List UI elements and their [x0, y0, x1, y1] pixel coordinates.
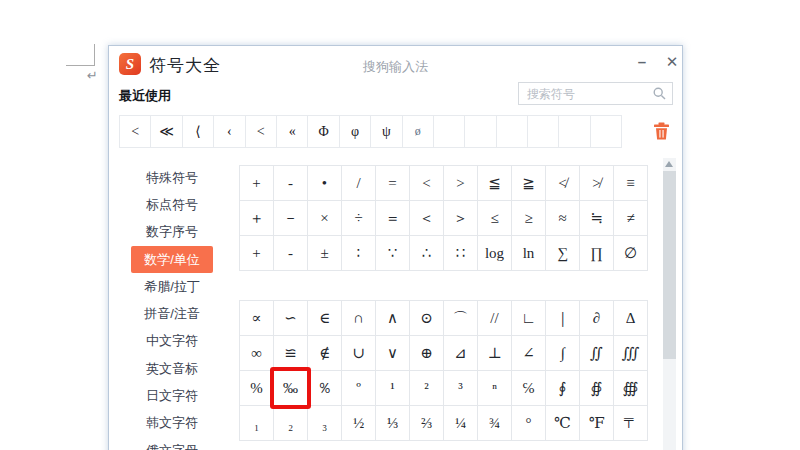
symbol-cell[interactable]: ≥ — [512, 201, 546, 236]
symbol-cell[interactable]: ⊕ — [410, 336, 444, 371]
symbol-cell[interactable]: ∯ — [580, 371, 614, 406]
recent-symbol-cell[interactable]: ⟨ — [183, 116, 214, 148]
recent-symbol-cell[interactable]: ψ — [371, 116, 402, 148]
symbol-cell[interactable]: ∪ — [342, 336, 376, 371]
minimize-button[interactable]: – — [631, 52, 653, 72]
symbol-cell[interactable]: ∈ — [308, 301, 342, 336]
search-input[interactable] — [519, 87, 653, 101]
symbol-cell[interactable]: ⅓ — [376, 406, 410, 441]
symbol-cell[interactable]: ³ — [444, 371, 478, 406]
sidebar-item[interactable]: 日文字符 — [131, 382, 213, 409]
symbol-cell[interactable]: ° — [512, 406, 546, 441]
symbol-cell[interactable]: ⊥ — [478, 336, 512, 371]
symbol-cell[interactable]: ⅔ — [410, 406, 444, 441]
symbol-cell[interactable]: ∟ — [512, 301, 546, 336]
symbol-cell[interactable]: ∰ — [614, 371, 648, 406]
symbol-cell[interactable]: ½ — [342, 406, 376, 441]
symbol-cell[interactable]: ⌒ — [444, 301, 478, 336]
symbol-cell[interactable]: ∑ — [546, 236, 580, 271]
symbol-cell[interactable]: ¹ — [376, 371, 410, 406]
symbol-cell[interactable]: // — [478, 301, 512, 336]
symbol-cell[interactable]: ≈ — [546, 201, 580, 236]
symbol-cell[interactable]: ⁿ — [478, 371, 512, 406]
symbol-cell[interactable]: % — [240, 371, 274, 406]
symbol-cell[interactable]: ¼ — [444, 406, 478, 441]
symbol-cell[interactable]: ≯ — [580, 166, 614, 201]
recent-symbol-cell[interactable]: ≪ — [151, 116, 182, 148]
sidebar-item[interactable]: 希腊/拉丁 — [131, 273, 213, 300]
symbol-cell[interactable]: ≌ — [274, 336, 308, 371]
sidebar-item[interactable]: 特殊符号 — [131, 164, 213, 191]
symbol-cell[interactable]: ∮ — [546, 371, 580, 406]
symbol-cell[interactable]: ≡ — [614, 166, 648, 201]
symbol-cell[interactable]: ℃ — [546, 406, 580, 441]
symbol-cell[interactable]: ¾ — [478, 406, 512, 441]
symbol-cell[interactable]: + — [240, 236, 274, 271]
symbol-cell[interactable]: ≮ — [546, 166, 580, 201]
recent-symbol-cell[interactable]: ø — [403, 116, 434, 148]
sidebar-item[interactable]: 拼音/注音 — [131, 300, 213, 327]
symbol-cell[interactable]: º — [342, 371, 376, 406]
symbol-cell[interactable]: ₃ — [308, 406, 342, 441]
trash-icon-button[interactable] — [653, 122, 670, 140]
symbol-cell[interactable]: ｜ — [546, 301, 580, 336]
symbol-cell[interactable]: ＜ — [410, 201, 444, 236]
symbol-cell[interactable]: / — [342, 166, 376, 201]
symbol-cell[interactable]: ∞ — [240, 336, 274, 371]
symbol-cell[interactable]: > — [444, 166, 478, 201]
sidebar-item[interactable]: 中文字符 — [131, 328, 213, 355]
sidebar-item[interactable]: 数学/单位 — [131, 246, 213, 273]
symbol-cell[interactable]: ² — [410, 371, 444, 406]
symbol-cell[interactable]: ₂ — [274, 406, 308, 441]
symbol-cell[interactable]: ⊿ — [444, 336, 478, 371]
symbol-cell[interactable]: log — [478, 236, 512, 271]
symbol-cell[interactable]: ∷ — [444, 236, 478, 271]
symbol-cell[interactable]: ∩ — [342, 301, 376, 336]
recent-symbol-cell[interactable]: < — [120, 116, 151, 148]
symbol-cell[interactable]: ＋ — [240, 201, 274, 236]
recent-symbol-cell[interactable]: φ — [340, 116, 371, 148]
sidebar-item[interactable]: 数字序号 — [131, 219, 213, 246]
recent-symbol-cell[interactable]: < — [246, 116, 277, 148]
symbol-cell[interactable]: ∅ — [614, 236, 648, 271]
sidebar-item[interactable]: 俄文字母 — [131, 437, 213, 450]
symbol-cell[interactable]: ∂ — [580, 301, 614, 336]
symbol-cell[interactable]: ＞ — [444, 201, 478, 236]
symbol-cell[interactable]: ∵ — [376, 236, 410, 271]
symbol-cell[interactable]: = — [376, 166, 410, 201]
symbol-cell[interactable]: － — [274, 201, 308, 236]
symbol-cell[interactable]: ≦ — [478, 166, 512, 201]
symbol-cell[interactable]: ≠ — [614, 201, 648, 236]
symbol-cell[interactable]: ln — [512, 236, 546, 271]
close-button[interactable]: ✕ — [661, 52, 683, 72]
symbol-cell[interactable]: ∶ — [342, 236, 376, 271]
symbol-cell[interactable]: ∠ — [512, 336, 546, 371]
symbol-cell[interactable]: ≧ — [512, 166, 546, 201]
symbol-cell[interactable]: ‰ — [274, 371, 308, 406]
symbol-cell[interactable]: ∽ — [274, 301, 308, 336]
symbol-cell[interactable]: ∬ — [580, 336, 614, 371]
symbol-cell[interactable]: ％ — [308, 371, 342, 406]
symbol-cell[interactable]: × — [308, 201, 342, 236]
symbol-cell[interactable]: ∫ — [546, 336, 580, 371]
symbol-cell[interactable]: ∨ — [376, 336, 410, 371]
symbol-cell[interactable]: - — [274, 166, 308, 201]
scrollbar-thumb[interactable] — [663, 171, 676, 359]
sidebar-item[interactable]: 标点符号 — [131, 191, 213, 218]
scrollbar[interactable] — [663, 158, 676, 450]
symbol-cell[interactable]: ∴ — [410, 236, 444, 271]
recent-symbol-cell[interactable]: Φ — [308, 116, 339, 148]
symbol-cell[interactable]: • — [308, 166, 342, 201]
symbol-cell[interactable]: ≤ — [478, 201, 512, 236]
symbol-cell[interactable]: ∝ — [240, 301, 274, 336]
symbol-cell[interactable]: ⊙ — [410, 301, 444, 336]
symbol-cell[interactable]: ₁ — [240, 406, 274, 441]
symbol-cell[interactable]: 〒 — [614, 406, 648, 441]
symbol-cell[interactable]: < — [410, 166, 444, 201]
recent-symbol-cell[interactable]: ‹ — [214, 116, 245, 148]
symbol-cell[interactable]: Δ — [614, 301, 648, 336]
symbol-cell[interactable]: ÷ — [342, 201, 376, 236]
recent-symbol-cell[interactable]: « — [277, 116, 308, 148]
symbol-cell[interactable]: ℅ — [512, 371, 546, 406]
symbol-cell[interactable]: ± — [308, 236, 342, 271]
